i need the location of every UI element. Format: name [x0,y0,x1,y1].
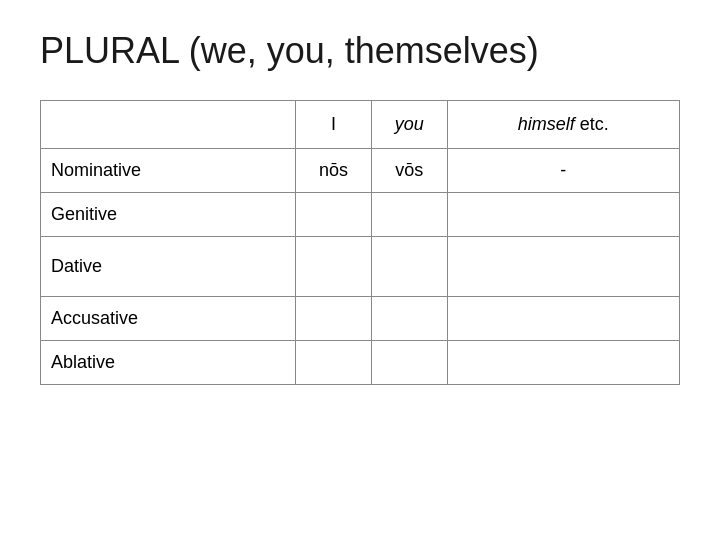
table-header-row: I you himself etc. [41,101,680,149]
ablative-col2 [371,341,447,385]
dative-col2 [371,237,447,297]
etc-text: etc. [575,114,609,134]
dative-col3 [447,237,679,297]
genitive-col1 [296,193,372,237]
table-row: Nominative nōs vōs - [41,149,680,193]
ablative-col3 [447,341,679,385]
label-nominative: Nominative [41,149,296,193]
genitive-col2 [371,193,447,237]
label-dative: Dative [41,237,296,297]
header-cell-i: I [296,101,372,149]
page: PLURAL (we, you, themselves) I you himse… [0,0,720,540]
grammar-table: I you himself etc. Nominative nōs vōs - … [40,100,680,385]
genitive-col3 [447,193,679,237]
label-ablative: Ablative [41,341,296,385]
accusative-col3 [447,297,679,341]
label-genitive: Genitive [41,193,296,237]
label-accusative: Accusative [41,297,296,341]
ablative-col1 [296,341,372,385]
nominative-col1: nōs [296,149,372,193]
table-row: Dative [41,237,680,297]
header-cell-himself: himself etc. [447,101,679,149]
table-row: Accusative [41,297,680,341]
dative-col1 [296,237,372,297]
page-title: PLURAL (we, you, themselves) [40,30,680,72]
header-cell-empty [41,101,296,149]
himself-text: himself [518,114,575,134]
nominative-col3: - [447,149,679,193]
nominative-col2: vōs [371,149,447,193]
accusative-col2 [371,297,447,341]
header-cell-you: you [371,101,447,149]
table-row: Genitive [41,193,680,237]
accusative-col1 [296,297,372,341]
table-row: Ablative [41,341,680,385]
